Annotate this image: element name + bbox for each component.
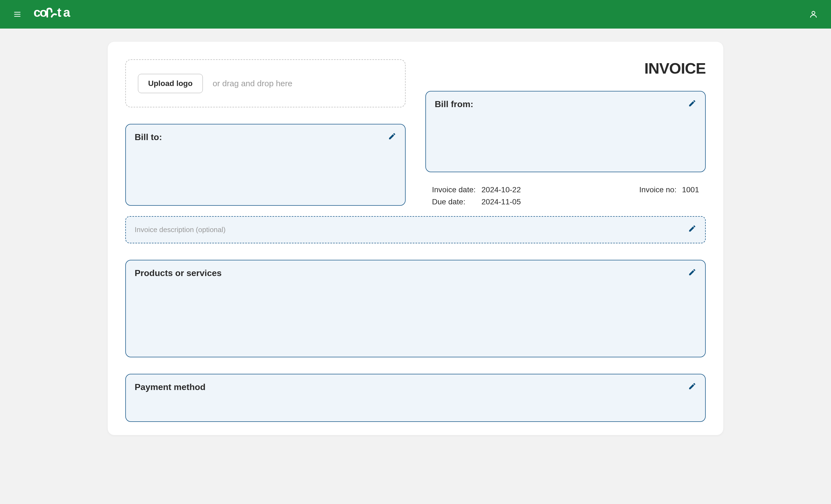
user-icon[interactable] <box>809 10 818 19</box>
pencil-icon[interactable] <box>688 225 696 233</box>
pencil-icon[interactable] <box>688 382 696 390</box>
top-row: Upload logo or drag and drop here Bill t… <box>125 59 706 206</box>
left-column: Upload logo or drag and drop here Bill t… <box>125 59 406 206</box>
bill-from-label: Bill from: <box>435 99 696 109</box>
meta-dates: Invoice date: 2024-10-22 Due date: 2024-… <box>432 185 521 206</box>
svg-text:o: o <box>39 5 47 20</box>
invoice-no-value: 1001 <box>682 185 699 206</box>
menu-icon[interactable] <box>13 10 22 19</box>
app-header: c o t a <box>0 0 831 29</box>
invoice-date-value: 2024-10-22 <box>482 185 521 194</box>
invoice-title: INVOICE <box>425 59 706 77</box>
bill-to-card[interactable]: Bill to: <box>125 124 406 206</box>
pencil-icon[interactable] <box>688 99 696 108</box>
payment-label: Payment method <box>135 382 696 392</box>
right-column: INVOICE Bill from: Invoice date: 2024-10… <box>425 59 706 206</box>
invoice-date-row: Invoice date: 2024-10-22 <box>432 185 521 194</box>
invoice-editor: Upload logo or drag and drop here Bill t… <box>108 42 723 435</box>
payment-method-card[interactable]: Payment method <box>125 374 706 422</box>
invoice-description-box[interactable]: Invoice description (optional) <box>125 216 706 243</box>
invoice-date-label: Invoice date: <box>432 185 476 194</box>
pencil-icon[interactable] <box>388 132 396 140</box>
due-date-label: Due date: <box>432 198 476 206</box>
header-left: c o t a <box>13 5 83 24</box>
due-date-row: Due date: 2024-11-05 <box>432 198 521 206</box>
bill-to-label: Bill to: <box>135 132 396 142</box>
app-logo[interactable]: c o t a <box>33 5 83 24</box>
invoice-meta: Invoice date: 2024-10-22 Due date: 2024-… <box>425 185 706 206</box>
upload-logo-button[interactable]: Upload logo <box>138 74 203 93</box>
invoice-no-label: Invoice no: <box>639 185 676 206</box>
svg-point-7 <box>812 11 815 14</box>
description-placeholder: Invoice description (optional) <box>135 226 226 234</box>
invoice-no-row: Invoice no: 1001 <box>639 185 699 206</box>
drag-drop-text: or drag and drop here <box>213 79 292 88</box>
due-date-value: 2024-11-05 <box>482 198 521 206</box>
bill-from-card[interactable]: Bill from: <box>425 91 706 172</box>
svg-text:t: t <box>57 5 61 20</box>
products-label: Products or services <box>135 268 696 278</box>
pencil-icon[interactable] <box>688 268 696 276</box>
products-card[interactable]: Products or services <box>125 260 706 357</box>
svg-text:a: a <box>63 5 70 20</box>
logo-upload-box[interactable]: Upload logo or drag and drop here <box>125 59 406 108</box>
